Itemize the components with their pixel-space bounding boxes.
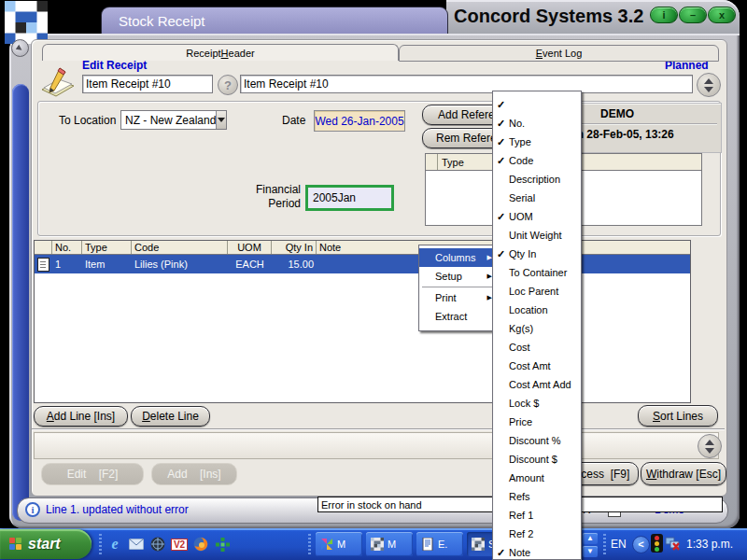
col-no[interactable]: No.: [52, 241, 82, 254]
help-button[interactable]: ?: [218, 75, 238, 95]
cell-type: Item: [82, 255, 132, 273]
submenu-item[interactable]: Amount: [493, 469, 581, 487]
submenu-item[interactable]: Cost: [493, 338, 581, 357]
lines-table: No. Type Code UOM Qty In Note 1 Item Lil…: [34, 240, 691, 403]
financial-period-field[interactable]: 2005Jan: [305, 185, 394, 211]
submenu-item[interactable]: ✓: [493, 95, 581, 114]
receipt-desc-input[interactable]: [240, 75, 693, 93]
divider: [32, 428, 725, 429]
receipt-spinner[interactable]: [697, 73, 721, 97]
tab-label: Receipt: [186, 48, 220, 59]
menu-item-setup[interactable]: Setup▶: [419, 267, 497, 286]
outlook-icon[interactable]: [128, 536, 145, 553]
lines-table-header: No. Type Code UOM Qty In Note: [35, 241, 690, 255]
ref-col-blank: [426, 154, 438, 170]
financial-period-label: Financial Period: [229, 183, 301, 211]
col-qty-in[interactable]: Qty In: [272, 241, 317, 254]
to-location-value: NZ - New Zealand: [121, 114, 216, 127]
submenu-item[interactable]: Serial: [493, 189, 581, 207]
col-uom[interactable]: UOM: [228, 241, 272, 254]
to-location-select[interactable]: NZ - New Zealand: [120, 110, 227, 130]
close-button[interactable]: x: [708, 7, 736, 23]
submenu-item[interactable]: Unit Weight: [493, 226, 581, 245]
browser-globe-icon[interactable]: [149, 536, 166, 553]
submenu-item[interactable]: Ref 1: [493, 506, 581, 525]
submenu-item[interactable]: ✓Qty In: [493, 245, 581, 263]
submenu-item[interactable]: Refs: [493, 487, 581, 506]
vnc-viewer-icon[interactable]: V2: [171, 536, 188, 553]
check-icon: ✓: [493, 211, 509, 223]
check-icon: ✓: [493, 248, 509, 260]
summary-strip: [34, 432, 719, 459]
columns-submenu: ✓ ✓No. ✓Type ✓Code Description Serial ✓U…: [492, 91, 582, 560]
submenu-item[interactable]: Lock $: [493, 394, 581, 413]
network-error-icon[interactable]: [665, 536, 681, 552]
check-icon: ✓: [493, 155, 509, 167]
taskbar-task-3[interactable]: E.: [416, 532, 463, 556]
concord-icon: [472, 538, 485, 551]
taskbar-task-2[interactable]: M: [366, 532, 413, 556]
to-location-label: To Location: [59, 114, 116, 127]
minimize-button[interactable]: –: [679, 7, 707, 23]
submenu-item[interactable]: ✓No.: [493, 114, 581, 133]
tray-separator: [603, 534, 606, 554]
submenu-item[interactable]: Kg(s): [493, 319, 581, 338]
clock: 1:33 p.m.: [686, 538, 733, 551]
tab-event-log[interactable]: Event Log: [399, 45, 719, 62]
submenu-item[interactable]: To Container: [493, 263, 581, 282]
menu-item-extract[interactable]: Extract: [419, 307, 497, 326]
tab-receipt-header[interactable]: Receipt Header: [42, 44, 399, 61]
submenu-item[interactable]: Cost Amt Add: [493, 375, 581, 394]
chevron-down-icon[interactable]: [216, 111, 226, 129]
taskbar-separator: [99, 534, 102, 554]
receipt-id-input[interactable]: [82, 75, 213, 93]
col-type[interactable]: Type: [82, 241, 132, 254]
context-menu: Columns▶ Setup▶ Print▶ Extract: [418, 245, 498, 331]
col-code[interactable]: Code: [132, 241, 228, 254]
table-row[interactable]: 1 Item Lilies (Pink) EACH 15.00: [35, 255, 690, 273]
edit-button[interactable]: Edit [F2]: [41, 463, 144, 485]
submenu-item[interactable]: Price: [493, 413, 581, 431]
taskbar-scroll-up[interactable]: ▲: [583, 533, 598, 544]
tray-collapse-chevron[interactable]: <: [632, 536, 650, 553]
cell-qty-in: 15.00: [272, 255, 317, 273]
submenu-item[interactable]: Discount $: [493, 450, 581, 469]
menu-item-print[interactable]: Print▶: [419, 288, 497, 307]
submenu-item[interactable]: ✓Code: [493, 151, 581, 170]
traffic-light-icon[interactable]: [651, 534, 663, 553]
date-field[interactable]: Wed 26-Jan-2005: [314, 110, 405, 132]
sort-lines-button[interactable]: Sort Lines: [638, 405, 718, 427]
vnc-server-icon[interactable]: [214, 536, 231, 553]
language-indicator[interactable]: EN: [611, 538, 627, 551]
firefox-icon[interactable]: [192, 536, 209, 553]
submenu-item[interactable]: Location: [493, 301, 581, 319]
add-line-button[interactable]: Add Line [Ins]: [34, 406, 128, 427]
submenu-item[interactable]: ✓Type: [493, 133, 581, 151]
concord-logo-icon: [5, 1, 48, 44]
submenu-item[interactable]: Cost Amt: [493, 357, 581, 375]
summary-spinner[interactable]: [698, 434, 722, 458]
submenu-item[interactable]: Discount %: [493, 431, 581, 450]
add-button[interactable]: Add [Ins]: [151, 463, 237, 485]
edit-receipt-icon: [39, 65, 77, 103]
taskbar-scroll-down[interactable]: ▼: [583, 546, 598, 557]
check-icon: ✓: [493, 118, 509, 130]
submenu-item[interactable]: ✓Note: [493, 543, 581, 560]
window-roll-button[interactable]: [11, 39, 29, 57]
internet-explorer-icon[interactable]: e: [106, 536, 123, 553]
start-button[interactable]: start: [0, 529, 92, 559]
desktop: Concord Systems 3.2 i – x Stock Receipt …: [0, 0, 747, 560]
line-note-icon: [37, 258, 49, 272]
submenu-item[interactable]: Loc Parent: [493, 282, 581, 301]
delete-line-button[interactable]: Delete Line: [131, 406, 210, 427]
submenu-item[interactable]: ✓UOM: [493, 207, 581, 226]
document-icon: [421, 538, 434, 551]
menu-item-columns[interactable]: Columns▶: [419, 248, 497, 267]
taskbar-task-1[interactable]: M: [316, 532, 362, 556]
info-button[interactable]: i: [650, 7, 678, 23]
window-title: Stock Receipt: [119, 13, 205, 29]
pinwheel-icon: [320, 538, 333, 551]
submenu-item[interactable]: Ref 2: [493, 525, 581, 543]
submenu-item[interactable]: Description: [493, 170, 581, 189]
withdraw-button[interactable]: Withdraw [Esc]: [641, 462, 726, 485]
